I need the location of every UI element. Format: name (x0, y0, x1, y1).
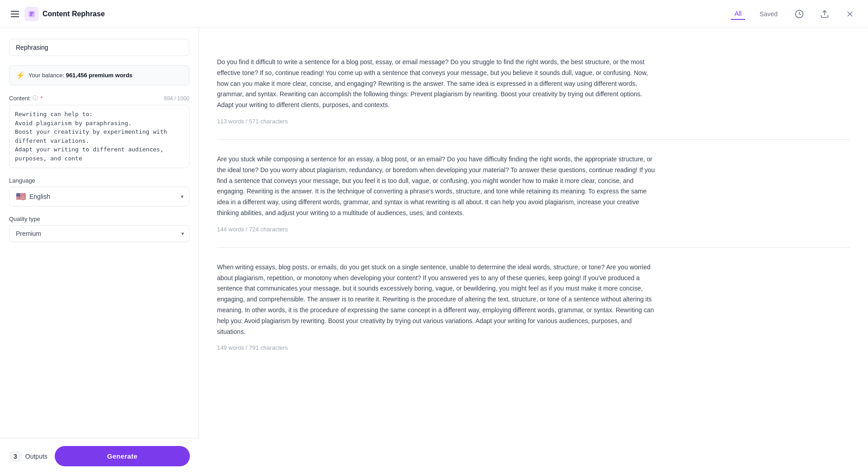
lightning-icon: ⚡ (16, 71, 25, 80)
output-meta-1: 113 words / 571 characters (217, 118, 850, 125)
quality-label: Quality type (9, 216, 189, 222)
balance-text: Your balance: 961,456 premium words (28, 72, 132, 79)
header: Content Rephrase All Saved (0, 0, 868, 28)
menu-icon[interactable] (11, 11, 19, 17)
output-text-2: Are you stuck while composing a sentence… (217, 154, 660, 219)
output-text-1: Do you find it difficult to write a sent… (217, 57, 660, 111)
logo-icon (24, 7, 39, 21)
quality-select-wrapper: Standard Premium Ultra ▾ (9, 225, 189, 242)
nav-all[interactable]: All (731, 8, 745, 20)
char-count: 994 / 1000 (164, 95, 189, 102)
export-icon[interactable] (817, 7, 832, 21)
output-meta-3: 149 words / 791 characters (217, 344, 850, 351)
language-label: Language (9, 177, 189, 184)
content-label: Content ⓘ * 994 / 1000 (9, 94, 189, 102)
app-logo: Content Rephrase (24, 7, 105, 21)
close-icon[interactable] (843, 7, 857, 21)
sidebar: ⚡ Your balance: 961,456 premium words Co… (0, 28, 199, 474)
balance-box: ⚡ Your balance: 961,456 premium words (9, 65, 189, 85)
output-block-2: Are you stuck while composing a sentence… (217, 140, 850, 248)
output-block-3: When writing essays, blog posts, or emai… (217, 248, 850, 366)
nav-saved[interactable]: Saved (756, 9, 781, 19)
app-title: Content Rephrase (42, 10, 105, 18)
quality-section: Quality type Standard Premium Ultra ▾ (9, 216, 189, 242)
history-icon[interactable] (792, 7, 807, 21)
bottom-bar: 3 Outputs Generate (0, 438, 199, 474)
output-meta-2: 144 words / 724 characters (217, 226, 850, 233)
header-right: All Saved (731, 7, 857, 21)
output-area: Do you find it difficult to write a sent… (199, 28, 868, 474)
content-section: Content ⓘ * 994 / 1000 Rewriting can hel… (9, 94, 189, 168)
quality-select[interactable]: Standard Premium Ultra (9, 225, 189, 242)
output-text-3: When writing essays, blog posts, or emai… (217, 262, 660, 338)
header-left: Content Rephrase (11, 7, 105, 21)
language-select-wrapper[interactable]: 🇺🇸 English ▾ English Spanish French (9, 187, 189, 206)
info-icon: ⓘ (33, 94, 38, 102)
language-section: Language 🇺🇸 English ▾ English Spanish Fr… (9, 177, 189, 206)
output-block-1: Do you find it difficult to write a sent… (217, 42, 850, 140)
required-marker: * (41, 95, 43, 102)
outputs-count: 3 (9, 451, 22, 462)
outputs-badge: 3 Outputs (9, 451, 47, 462)
main-content: ⚡ Your balance: 961,456 premium words Co… (0, 28, 868, 474)
outputs-label: Outputs (25, 453, 47, 460)
generate-button[interactable]: Generate (55, 446, 190, 466)
content-textarea[interactable]: Rewriting can help to: Avoid plagiarism … (9, 105, 189, 168)
title-input[interactable] (9, 39, 189, 56)
